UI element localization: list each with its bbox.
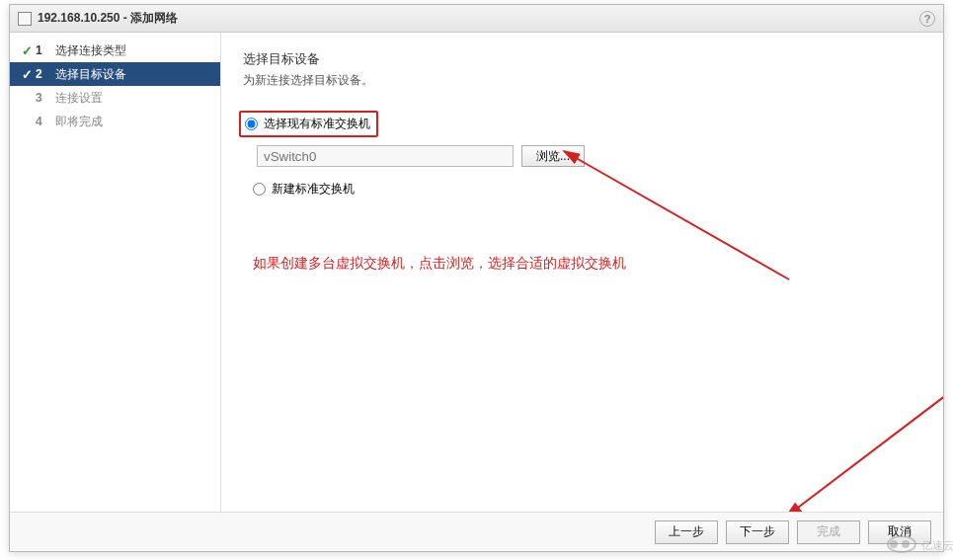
existing-switch-row: 浏览... — [257, 145, 921, 167]
wizard-step-1[interactable]: ✓ 1 选择连接类型 — [10, 39, 220, 62]
step-label: 连接设置 — [55, 90, 103, 107]
step-number: 2 — [36, 67, 51, 81]
step-number: 4 — [36, 115, 51, 128]
check-icon: ✓ — [20, 43, 34, 58]
step-number: 1 — [36, 43, 51, 57]
host-icon — [18, 12, 32, 26]
dialog-body: ✓ 1 选择连接类型 ✓ 2 选择目标设备 ✓ 3 连接设置 ✓ 4 即将完成 … — [10, 33, 943, 512]
annotation-arrow-icon — [774, 378, 943, 512]
option-new-label: 新建标准交换机 — [272, 181, 355, 198]
browse-button[interactable]: 浏览... — [521, 145, 585, 167]
wizard-step-2[interactable]: ✓ 2 选择目标设备 — [10, 62, 220, 86]
finish-button[interactable]: 完成 — [797, 520, 860, 544]
titlebar: 192.168.10.250 - 添加网络 ? — [10, 5, 943, 33]
step-label: 即将完成 — [55, 114, 103, 130]
window-title: 192.168.10.250 - 添加网络 — [38, 10, 919, 27]
wizard-step-4[interactable]: ✓ 4 即将完成 — [10, 110, 220, 133]
radio-new-switch[interactable] — [253, 183, 266, 196]
content-title: 选择目标设备 — [243, 50, 921, 68]
option-new-row: 新建标准交换机 — [253, 181, 921, 198]
dialog-footer: 上一步 下一步 完成 取消 — [10, 512, 943, 551]
switch-name-input[interactable] — [257, 145, 514, 167]
cancel-button[interactable]: 取消 — [868, 520, 931, 544]
option-existing-label: 选择现有标准交换机 — [264, 116, 370, 132]
radio-select-existing[interactable] — [245, 118, 258, 130]
check-icon: ✓ — [20, 67, 34, 82]
wizard-content: 选择目标设备 为新连接选择目标设备。 选择现有标准交换机 浏览... 新建标准交… — [221, 33, 943, 512]
back-button[interactable]: 上一步 — [655, 520, 718, 544]
wizard-sidebar: ✓ 1 选择连接类型 ✓ 2 选择目标设备 ✓ 3 连接设置 ✓ 4 即将完成 — [10, 33, 221, 512]
annotation-highlight-box: 选择现有标准交换机 — [239, 111, 378, 137]
svg-line-1 — [786, 386, 943, 512]
annotation-text: 如果创建多台虚拟交换机，点击浏览，选择合适的虚拟交换机 — [253, 255, 626, 273]
help-icon[interactable]: ? — [919, 11, 935, 27]
next-button[interactable]: 下一步 — [726, 520, 789, 544]
step-label: 选择连接类型 — [55, 42, 126, 59]
option-existing-row: 选择现有标准交换机 — [243, 111, 921, 137]
step-number: 3 — [36, 91, 51, 105]
content-subtitle: 为新连接选择目标设备。 — [243, 72, 921, 89]
wizard-step-3[interactable]: ✓ 3 连接设置 — [10, 86, 220, 110]
dialog-add-network: 192.168.10.250 - 添加网络 ? ✓ 1 选择连接类型 ✓ 2 选… — [9, 4, 944, 552]
step-label: 选择目标设备 — [55, 66, 126, 83]
